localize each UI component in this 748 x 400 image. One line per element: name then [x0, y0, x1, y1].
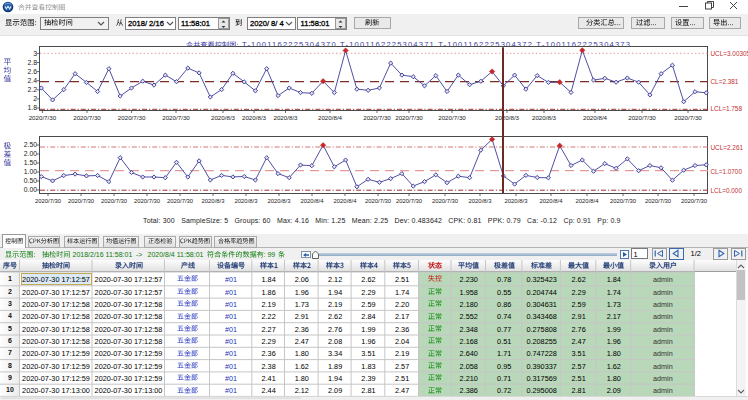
- svg-text:2020/8/3: 2020/8/3: [273, 114, 298, 121]
- svg-text:2020/8/4: 2020/8/4: [540, 198, 564, 204]
- svg-text:2020/7/30: 2020/7/30: [365, 198, 392, 204]
- svg-text:CL=1.0700: CL=1.0700: [711, 168, 743, 175]
- svg-text:2020/8/3: 2020/8/3: [505, 198, 529, 204]
- svg-text:2.2: 2.2: [28, 86, 38, 93]
- svg-text:2020/7/30: 2020/7/30: [363, 114, 391, 121]
- svg-text:2020/7/30: 2020/7/30: [101, 198, 128, 204]
- svg-text:2.4: 2.4: [28, 77, 38, 84]
- svg-text:2020/7/30: 2020/7/30: [73, 114, 101, 121]
- svg-text:2020/7/30: 2020/7/30: [674, 114, 702, 121]
- svg-text:2020/7/30: 2020/7/30: [681, 198, 708, 204]
- svg-text:0.50: 0.50: [24, 177, 37, 184]
- svg-text:2020/7/30: 2020/7/30: [432, 198, 459, 204]
- svg-text:2020/8/3: 2020/8/3: [235, 198, 259, 204]
- svg-text:2020/8/4: 2020/8/4: [334, 198, 358, 204]
- svg-text:2020/7/30: 2020/7/30: [610, 198, 637, 204]
- svg-text:2020/7/30: 2020/7/30: [396, 198, 423, 204]
- svg-text:2.8: 2.8: [28, 59, 38, 66]
- svg-text:2020/8/3: 2020/8/3: [268, 198, 292, 204]
- svg-text:2020/7/30: 2020/7/30: [29, 114, 57, 121]
- svg-text:1.00: 1.00: [24, 168, 37, 175]
- svg-text:2020/7/30: 2020/7/30: [438, 114, 466, 121]
- svg-text:2020/8/4: 2020/8/4: [318, 114, 343, 121]
- svg-text:2020/7/30: 2020/7/30: [628, 114, 656, 121]
- svg-text:1.50: 1.50: [24, 159, 37, 166]
- svg-text:2020/7/30: 2020/7/30: [35, 198, 62, 204]
- svg-text:CL=2.381: CL=2.381: [711, 78, 739, 85]
- svg-text:2020/8/3: 2020/8/3: [202, 198, 226, 204]
- svg-text:LCL=1.758: LCL=1.758: [711, 105, 743, 112]
- svg-text:UCL=2.261: UCL=2.261: [711, 144, 744, 151]
- svg-text:2020/8/4: 2020/8/4: [301, 198, 325, 204]
- svg-text:2020/7/30: 2020/7/30: [645, 198, 672, 204]
- svg-text:2.50: 2.50: [24, 141, 37, 148]
- svg-text:2020/7/30: 2020/7/30: [167, 198, 194, 204]
- svg-text:2020/8/3: 2020/8/3: [211, 114, 236, 121]
- svg-text:2.00: 2.00: [24, 150, 37, 157]
- svg-text:2.6: 2.6: [28, 68, 38, 75]
- svg-text:2020/8/3: 2020/8/3: [495, 114, 520, 121]
- svg-text:2020/8/3: 2020/8/3: [532, 114, 557, 121]
- svg-text:2020/8/4: 2020/8/4: [576, 198, 600, 204]
- svg-text:UCL=3.00305: UCL=3.00305: [711, 50, 748, 57]
- svg-text:2020/7/30: 2020/7/30: [68, 198, 95, 204]
- svg-text:LCL=0.000: LCL=0.000: [711, 187, 743, 194]
- svg-text:2020/7/30: 2020/7/30: [118, 114, 146, 121]
- svg-text:1.8: 1.8: [28, 104, 38, 111]
- svg-text:0.00: 0.00: [24, 186, 37, 193]
- svg-text:2020/8/3: 2020/8/3: [242, 114, 267, 121]
- svg-text:2020/7/30: 2020/7/30: [395, 114, 423, 121]
- svg-text:2020/7/30: 2020/7/30: [134, 198, 161, 204]
- svg-text:2020/8/4: 2020/8/4: [583, 114, 608, 121]
- svg-text:2020/7/30: 2020/7/30: [162, 114, 190, 121]
- svg-text:2020/8/3: 2020/8/3: [469, 198, 493, 204]
